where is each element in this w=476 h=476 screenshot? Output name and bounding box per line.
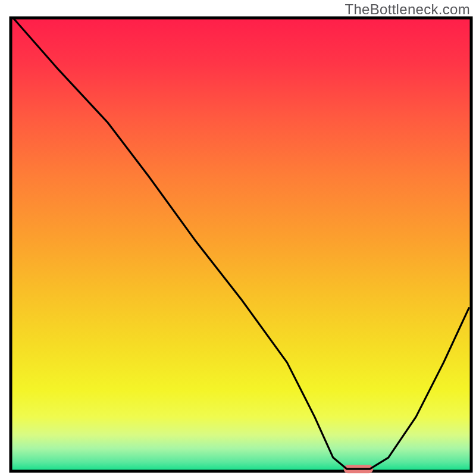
bottleneck-chart (0, 0, 476, 476)
watermark-text: TheBottleneck.com (345, 1, 470, 18)
chart-container: { "watermark": "TheBottleneck.com", "cha… (0, 0, 476, 476)
gradient-background (11, 18, 471, 471)
